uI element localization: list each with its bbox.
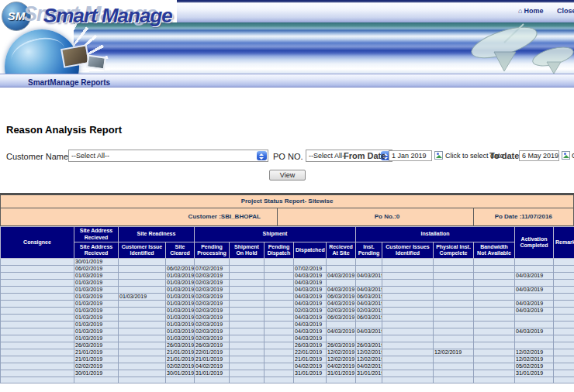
report-cell	[265, 370, 294, 377]
table-row: 01/03/201901/03/201902/03/201904/03/2019	[1, 322, 574, 328]
report-cell	[230, 308, 265, 315]
report-cell: 04/03/2019	[294, 328, 327, 335]
customer-name-select[interactable]: --Select All--	[68, 150, 268, 162]
report-cell: 06/03/2019	[327, 315, 356, 322]
report-cell: 04/03/2019	[356, 301, 382, 308]
column-group-header: Shipment	[195, 227, 356, 242]
report-cell: 01/03/2019	[74, 328, 119, 335]
report-cell	[554, 342, 574, 349]
report-cell	[474, 328, 515, 335]
view-button[interactable]: View	[269, 170, 306, 181]
report-cell	[265, 315, 294, 322]
report-cell	[230, 294, 265, 301]
report-po-no: Po No.:0	[277, 208, 472, 225]
report-cell	[356, 266, 382, 273]
report-cell: 21/01/2019	[166, 356, 195, 363]
report-cell: 12/02/2019	[515, 349, 554, 356]
report-cell	[382, 266, 434, 273]
table-row: 01/03/201901/03/201902/03/201904/03/2019…	[1, 328, 574, 335]
column-header: Recieved At Site	[327, 242, 356, 259]
from-date-input[interactable]: 1 Jan 2019	[389, 150, 432, 161]
report-cell	[119, 328, 166, 335]
consignee-redacted-cell	[1, 328, 74, 335]
report-cell	[554, 349, 574, 356]
home-icon: ⌂	[518, 7, 522, 15]
report-container: Project Status Report- Sitewise Customer…	[0, 193, 574, 383]
table-row: 01/03/201901/03/201902/03/201904/03/2019	[1, 335, 574, 342]
report-cell	[230, 266, 265, 273]
report-cell	[474, 377, 515, 383]
report-cell	[230, 259, 265, 266]
report-cell	[119, 322, 166, 328]
report-cell	[119, 349, 166, 356]
report-cell	[230, 377, 265, 383]
report-cell	[474, 363, 515, 370]
report-cell	[474, 301, 515, 308]
from-date-picker-icon[interactable]	[434, 151, 443, 160]
report-cell	[434, 287, 474, 294]
report-cell: 04/03/2019	[294, 301, 327, 308]
report-cell	[434, 322, 474, 328]
close-link[interactable]: Close	[557, 7, 574, 15]
table-row: 01/03/201901/03/201902/03/201904/03/2019…	[1, 315, 574, 322]
report-cell	[382, 377, 434, 383]
report-cell	[119, 273, 166, 280]
report-cell	[356, 259, 382, 266]
report-cell	[382, 349, 434, 356]
report-cell	[554, 363, 574, 370]
report-cell	[382, 363, 434, 370]
report-cell	[327, 322, 356, 328]
customer-name-select-value: --Select All--	[69, 150, 268, 161]
report-cell	[515, 280, 554, 287]
report-cell	[327, 280, 356, 287]
report-cell: 04/03/2019	[515, 287, 554, 294]
report-cell	[434, 315, 474, 322]
report-cell	[382, 280, 434, 287]
to-date-picker-icon[interactable]	[562, 151, 570, 160]
report-cell	[382, 335, 434, 342]
consignee-redacted-cell	[1, 287, 74, 294]
consignee-redacted-cell	[1, 266, 74, 273]
report-cell	[230, 342, 265, 349]
from-date-label: From Date	[344, 151, 386, 160]
report-cell	[382, 301, 434, 308]
report-cell: 01/03/2019	[166, 322, 195, 328]
report-cell	[382, 315, 434, 322]
report-cell	[382, 356, 434, 363]
to-date-input[interactable]: 6 May 2019	[519, 150, 559, 161]
report-cell	[515, 259, 554, 266]
top-bar	[177, 0, 574, 22]
report-cell	[554, 356, 574, 363]
report-cell	[434, 335, 474, 342]
report-cell: 07/02/2019	[195, 266, 230, 273]
report-cell	[327, 335, 356, 342]
report-cell: 01/03/2019	[166, 315, 195, 322]
table-row: 21/01/201921/01/201922/01/201922/01/2019…	[1, 349, 574, 356]
report-title: Project Status Report- Sitewise	[0, 195, 574, 208]
report-cell: 04/03/2019	[356, 287, 382, 294]
report-cell	[474, 342, 515, 349]
consignee-redacted-cell	[1, 363, 74, 370]
column-group-header: Installation	[356, 227, 515, 242]
report-cell	[434, 328, 474, 335]
report-cell	[554, 370, 574, 377]
home-link[interactable]: ⌂Home	[518, 7, 543, 15]
report-cell	[474, 356, 515, 363]
report-cell	[230, 322, 265, 328]
report-cell: 04/03/2019	[294, 315, 327, 322]
column-group-header: Site Readiness	[119, 227, 195, 242]
report-cell: 02/03/2019	[356, 308, 382, 315]
report-cell	[434, 356, 474, 363]
table-row: 02/02/201902/02/201904/02/201904/02/2019…	[1, 363, 574, 370]
table-row: 06/02/201906/02/201907/02/201907/02/2019	[1, 266, 574, 273]
column-header: Site Cleared	[166, 242, 195, 259]
report-cell	[327, 266, 356, 273]
report-cell: 31/01/2019	[195, 370, 230, 377]
report-cell	[554, 266, 574, 273]
table-row: 26/03/201926/03/201926/03/201926/03/2019…	[1, 342, 574, 349]
report-cell: 02/03/2019	[195, 301, 230, 308]
consignee-redacted-cell	[1, 259, 74, 266]
report-cell	[230, 335, 265, 342]
report-cell: 06/02/2019	[74, 266, 119, 273]
report-cell	[119, 287, 166, 294]
